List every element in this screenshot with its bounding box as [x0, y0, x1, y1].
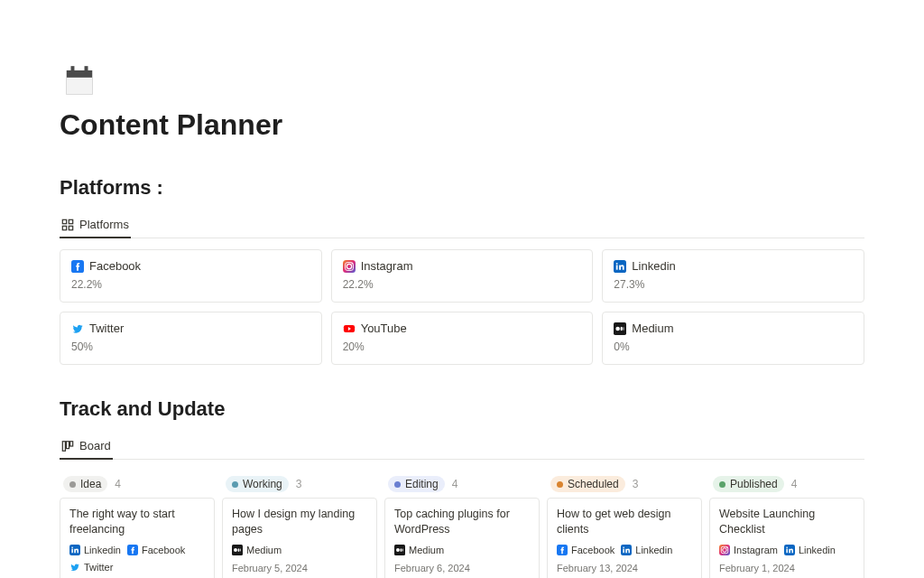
status-pill: Idea [63, 476, 107, 492]
board-card[interactable]: The right way to start freelancingLinked… [60, 498, 215, 578]
card-tags: InstagramLinkedin [719, 545, 855, 555]
board-column: Working3How I design my landing pagesMed… [222, 471, 377, 578]
tag-label: Facebook [571, 545, 614, 555]
facebook-icon [557, 545, 568, 555]
instagram-icon [343, 260, 356, 273]
svg-rect-5 [69, 219, 72, 223]
linkedin-icon [621, 545, 632, 555]
card-tags: FacebookLinkedin [557, 545, 692, 555]
tag: Instagram [719, 545, 778, 555]
column-header[interactable]: Editing4 [384, 471, 540, 498]
board-card[interactable]: How to get web design clientsFacebookLin… [547, 498, 702, 578]
svg-rect-2 [71, 66, 75, 73]
board-view-tabs: Board [60, 434, 864, 460]
svg-rect-4 [62, 219, 66, 223]
twitter-icon [69, 562, 80, 573]
platform-card[interactable]: Facebook22.2% [60, 249, 322, 303]
platform-name: Linkedin [632, 259, 675, 273]
tab-platforms[interactable]: Platforms [60, 212, 131, 238]
tag: Medium [232, 545, 282, 555]
status-label: Editing [405, 478, 439, 490]
svg-point-15 [616, 262, 618, 264]
platform-percent: 27.3% [614, 278, 853, 291]
svg-point-32 [240, 548, 241, 551]
card-title: The right way to start freelancing [69, 507, 205, 537]
medium-icon [232, 545, 243, 555]
medium-icon [394, 545, 405, 555]
tag: Medium [394, 545, 444, 555]
board-column: Scheduled3How to get web design clientsF… [547, 471, 702, 578]
platform-card[interactable]: Instagram22.2% [331, 249, 594, 303]
status-dot [557, 481, 563, 488]
platform-name: Medium [632, 322, 673, 335]
status-pill: Published [713, 476, 784, 492]
card-title: Website Launching Checklist [719, 507, 855, 537]
medium-icon [614, 322, 626, 335]
platform-card[interactable]: Medium0% [602, 312, 864, 365]
platform-name: Facebook [89, 259, 141, 273]
card-date: February 13, 2024 [557, 563, 692, 573]
status-pill: Working [226, 476, 289, 492]
svg-rect-23 [70, 441, 73, 445]
tag-label: Twitter [84, 562, 113, 573]
linkedin-icon [614, 260, 626, 273]
tab-label: Board [79, 439, 111, 452]
platform-percent: 50% [71, 340, 310, 353]
tag-label: Instagram [734, 545, 778, 555]
column-header[interactable]: Idea4 [60, 471, 215, 498]
card-title: How I design my landing pages [232, 507, 367, 537]
svg-point-18 [616, 326, 621, 331]
svg-rect-51 [624, 548, 625, 553]
platform-card[interactable]: Twitter50% [60, 312, 322, 365]
board-card[interactable]: Top caching plugins for WordPressMediumF… [384, 498, 540, 578]
status-dot [394, 481, 401, 488]
card-date: February 1, 2024 [719, 563, 855, 573]
platform-percent: 22.2% [71, 278, 310, 291]
tag: Linkedin [69, 545, 121, 555]
column-count: 3 [633, 478, 639, 490]
column-header[interactable]: Scheduled3 [547, 471, 702, 498]
column-header[interactable]: Working3 [222, 471, 377, 498]
platform-card[interactable]: YouTube20% [331, 312, 594, 365]
svg-rect-7 [69, 226, 72, 229]
page-title: Content Planner [60, 108, 864, 142]
status-dot [719, 481, 725, 488]
platform-percent: 22.2% [343, 278, 582, 291]
tab-board[interactable]: Board [60, 434, 113, 460]
card-title: How to get web design clients [557, 507, 692, 537]
svg-point-19 [621, 326, 623, 330]
board-column: Idea4The right way to start freelancingL… [60, 471, 215, 578]
column-count: 3 [296, 478, 302, 490]
tag-label: Medium [409, 545, 444, 555]
platform-name: Instagram [361, 259, 413, 273]
board: Idea4The right way to start freelancingL… [60, 471, 864, 578]
tag-label: Linkedin [635, 545, 672, 555]
twitter-icon [71, 322, 84, 335]
board-card[interactable]: Website Launching ChecklistInstagramLink… [709, 498, 864, 578]
board-card[interactable]: How I design my landing pagesMediumFebru… [222, 498, 377, 578]
youtube-icon [343, 322, 356, 335]
svg-rect-21 [62, 441, 65, 451]
facebook-icon [71, 260, 84, 273]
platform-percent: 0% [614, 340, 853, 353]
tag-label: Medium [246, 545, 282, 555]
platforms-view-tabs: Platforms [60, 212, 864, 238]
card-tags: Medium [394, 545, 530, 555]
column-count: 4 [115, 478, 121, 490]
svg-point-63 [786, 546, 788, 548]
column-header[interactable]: Published4 [709, 471, 864, 498]
tag: Linkedin [621, 545, 672, 555]
svg-rect-14 [616, 265, 618, 269]
board-column: Editing4Top caching plugins for WordPres… [384, 471, 540, 578]
platform-card[interactable]: Linkedin27.3% [602, 249, 864, 303]
tab-label: Platforms [79, 218, 129, 231]
status-label: Published [730, 478, 778, 490]
svg-rect-6 [62, 226, 66, 229]
status-dot [232, 481, 238, 488]
svg-rect-9 [343, 260, 356, 273]
calendar-icon [60, 63, 99, 98]
svg-rect-17 [614, 322, 626, 335]
svg-rect-25 [71, 548, 73, 553]
board-column: Published4Website Launching ChecklistIns… [709, 471, 864, 578]
svg-rect-57 [719, 545, 730, 555]
